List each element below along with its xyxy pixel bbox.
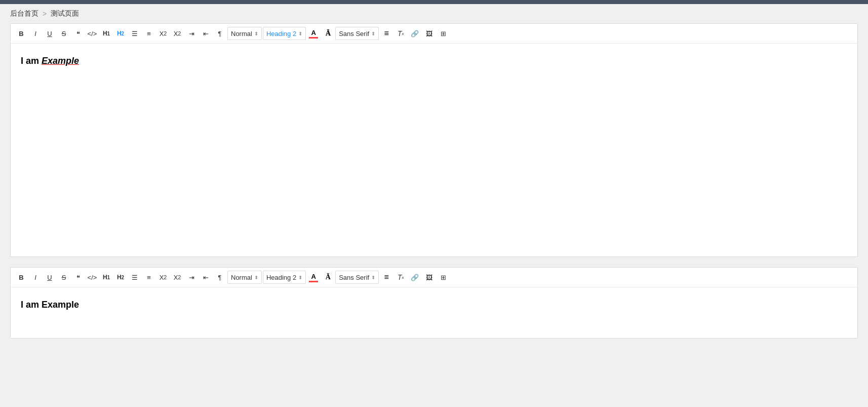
align-button-2[interactable]: ≡ bbox=[380, 271, 393, 284]
heading-select-arrow-2: ⬍ bbox=[298, 275, 302, 280]
text-2: I am Example bbox=[21, 300, 79, 310]
code-button-2[interactable]: </> bbox=[86, 271, 99, 284]
table-button-1[interactable]: ⊞ bbox=[437, 27, 450, 40]
strikethrough-button-1[interactable]: S bbox=[57, 27, 70, 40]
sup-button-2[interactable]: X2 bbox=[171, 271, 184, 284]
bold-button-2[interactable]: B bbox=[15, 271, 28, 284]
link-button-2[interactable]: 🔗 bbox=[408, 271, 421, 284]
font-color-button-2[interactable]: A bbox=[307, 271, 320, 284]
code-button-1[interactable]: </> bbox=[86, 27, 99, 40]
heading-select-2[interactable]: Heading 2 ⬍ bbox=[263, 271, 306, 284]
sub-button-2[interactable]: X2 bbox=[156, 271, 170, 284]
editor-1: B I U S ❝ </> H1 H2 ☰ ≡ X2 X2 ⇥ ⇤ ¶ Norm… bbox=[10, 23, 858, 257]
font-family-arrow-1: ⬍ bbox=[371, 31, 375, 36]
normal-select-arrow-2: ⬍ bbox=[254, 275, 258, 280]
font-pattern-button-1[interactable]: Ā bbox=[321, 27, 334, 40]
ol-button-2[interactable]: ☰ bbox=[128, 271, 141, 284]
underline-button-1[interactable]: U bbox=[43, 27, 56, 40]
h2-button-1[interactable]: H2 bbox=[114, 27, 127, 40]
clear-format-button-2[interactable]: Tx bbox=[394, 271, 407, 284]
image-button-2[interactable]: 🖼 bbox=[422, 271, 436, 284]
link-button-1[interactable]: 🔗 bbox=[408, 27, 421, 40]
paragraph-button-1[interactable]: ¶ bbox=[213, 27, 226, 40]
indent-right-button-1[interactable]: ⇥ bbox=[185, 27, 198, 40]
editor-content-2[interactable]: I am Example bbox=[11, 287, 857, 338]
blockquote-button-1[interactable]: ❝ bbox=[71, 27, 85, 40]
breadcrumb-separator: > bbox=[43, 10, 47, 18]
font-family-select-1[interactable]: Sans Serif ⬍ bbox=[335, 27, 379, 40]
normal-select-label-1: Normal bbox=[231, 30, 252, 38]
editor-content-1[interactable]: I am Example bbox=[11, 44, 857, 256]
paragraph-button-2[interactable]: ¶ bbox=[213, 271, 226, 284]
image-button-1[interactable]: 🖼 bbox=[422, 27, 436, 40]
font-family-arrow-2: ⬍ bbox=[371, 275, 375, 280]
table-button-2[interactable]: ⊞ bbox=[437, 271, 450, 284]
text-before-1: I am bbox=[21, 56, 42, 66]
indent-left-button-2[interactable]: ⇤ bbox=[199, 271, 212, 284]
text-example-1: Example bbox=[42, 56, 79, 66]
breadcrumb-current: 测试页面 bbox=[51, 9, 79, 18]
normal-select-arrow-1: ⬍ bbox=[254, 31, 258, 36]
sup-button-1[interactable]: X2 bbox=[171, 27, 184, 40]
breadcrumb-home[interactable]: 后台首页 bbox=[10, 9, 38, 18]
normal-select-label-2: Normal bbox=[231, 274, 252, 281]
indent-right-button-2[interactable]: ⇥ bbox=[185, 271, 198, 284]
heading-select-label-2: Heading 2 bbox=[266, 274, 296, 281]
font-family-label-2: Sans Serif bbox=[339, 274, 369, 281]
ol-button-1[interactable]: ☰ bbox=[128, 27, 141, 40]
font-pattern-button-2[interactable]: Ā bbox=[321, 271, 334, 284]
h1-button-1[interactable]: H1 bbox=[100, 27, 113, 40]
editor-2: B I U S ❝ </> H1 H2 ☰ ≡ X2 X2 ⇥ ⇤ ¶ Norm… bbox=[10, 267, 858, 339]
editor-text-2: I am Example bbox=[21, 298, 847, 312]
font-color-underline-2 bbox=[309, 281, 318, 282]
h1-button-2[interactable]: H1 bbox=[100, 271, 113, 284]
underline-button-2[interactable]: U bbox=[43, 271, 56, 284]
bold-button-1[interactable]: B bbox=[15, 27, 28, 40]
h2-button-2[interactable]: H2 bbox=[114, 271, 127, 284]
heading-select-1[interactable]: Heading 2 ⬍ bbox=[263, 27, 306, 40]
heading-select-label-1: Heading 2 bbox=[266, 30, 296, 38]
indent-left-button-1[interactable]: ⇤ bbox=[199, 27, 212, 40]
heading-select-arrow-1: ⬍ bbox=[298, 31, 302, 36]
toolbar-1: B I U S ❝ </> H1 H2 ☰ ≡ X2 X2 ⇥ ⇤ ¶ Norm… bbox=[11, 24, 857, 44]
ul-button-2[interactable]: ≡ bbox=[142, 271, 155, 284]
strikethrough-button-2[interactable]: S bbox=[57, 271, 70, 284]
sub-button-1[interactable]: X2 bbox=[156, 27, 170, 40]
top-bar bbox=[0, 0, 868, 4]
clear-format-button-1[interactable]: Tx bbox=[394, 27, 407, 40]
normal-select-2[interactable]: Normal ⬍ bbox=[227, 271, 262, 284]
font-family-select-2[interactable]: Sans Serif ⬍ bbox=[335, 271, 379, 284]
font-family-label-1: Sans Serif bbox=[339, 30, 369, 38]
ul-button-1[interactable]: ≡ bbox=[142, 27, 155, 40]
font-color-button-1[interactable]: A bbox=[307, 27, 320, 40]
breadcrumb: 后台首页 > 测试页面 bbox=[0, 4, 868, 23]
toolbar-2: B I U S ❝ </> H1 H2 ☰ ≡ X2 X2 ⇥ ⇤ ¶ Norm… bbox=[11, 268, 857, 287]
blockquote-button-2[interactable]: ❝ bbox=[71, 271, 85, 284]
font-color-underline-1 bbox=[309, 37, 318, 39]
italic-button-2[interactable]: I bbox=[29, 271, 42, 284]
align-button-1[interactable]: ≡ bbox=[380, 27, 393, 40]
editor-text-1: I am Example bbox=[21, 54, 847, 68]
italic-button-1[interactable]: I bbox=[29, 27, 42, 40]
normal-select-1[interactable]: Normal ⬍ bbox=[227, 27, 262, 40]
